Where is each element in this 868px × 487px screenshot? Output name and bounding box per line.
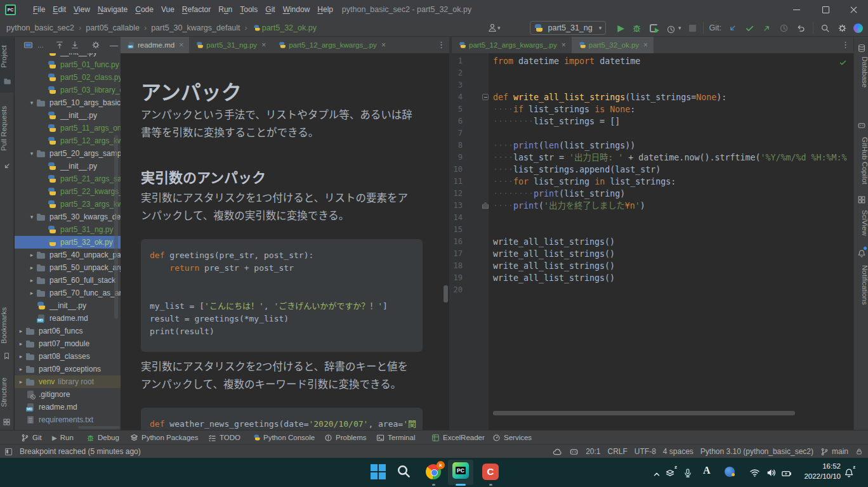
code-with-me-button[interactable]	[853, 23, 863, 33]
close-tab-icon[interactable]: ×	[643, 41, 648, 49]
tree-item-part5-32-ok-py[interactable]: part5_32_ok.py	[15, 236, 121, 249]
toolwindow-debug[interactable]: Debug	[86, 431, 119, 445]
git-update-button[interactable]	[728, 23, 737, 33]
menu-run[interactable]: Run	[214, 5, 236, 14]
status-message[interactable]: Breakpoint reached (5 minutes ago)	[20, 447, 141, 456]
toolwindow-services[interactable]: Services	[492, 431, 532, 445]
tab-part5-12-args-kwargs-py[interactable]: part5_12_args_kwargs_.py×	[272, 37, 391, 53]
tool-stripe-notifications-label[interactable]: Notifications	[855, 259, 868, 311]
tree-item-part5-10-args-basic[interactable]: ▾part5_10_args_basic	[15, 96, 121, 109]
python-interpreter[interactable]: Python 3.10 (python_basic_sec2)	[700, 447, 813, 456]
breadcrumb-part5-30-kwargs-default[interactable]: part5_30_kwargs_default	[151, 23, 240, 32]
tree-item-part5-20-args-sample[interactable]: ▾part5_20_args_sample	[15, 147, 121, 160]
menu-code[interactable]: Code	[131, 5, 157, 14]
tree-item-part5-03-library-ex[interactable]: part5_03_library_ex	[15, 84, 121, 96]
tree-item-part5-40-unpack-para[interactable]: ▸part5_40_unpack_para	[15, 249, 121, 261]
project-tree-hscrollbar[interactable]	[78, 426, 120, 429]
toolwindow-python-console[interactable]: Python Console	[252, 431, 315, 445]
tab-part5-32-ok-py[interactable]: part5_32_ok.py×	[572, 37, 654, 53]
tree-item-part5-11-args-only[interactable]: part5_11_args_only	[15, 122, 121, 134]
toolwindow-run[interactable]: ▶Run	[52, 431, 74, 445]
breadcrumb-part5-32-ok-py[interactable]: part5_32_ok.py	[252, 23, 317, 33]
git-branch[interactable]: main	[820, 447, 848, 456]
editor-hscrollbar[interactable]	[493, 411, 795, 415]
panel-settings-icon[interactable]	[91, 41, 100, 49]
toolwindow-terminal[interactable]: Terminal	[376, 431, 415, 445]
tab-part5-12-args-kwargs-py[interactable]: part5_12_args_kwargs_.py×	[452, 37, 572, 53]
tree-item-part5-23-args-kwa[interactable]: part5_23_args_kwa	[15, 198, 121, 211]
project-tree-scrollbar[interactable]	[114, 135, 118, 319]
pycharm-icon[interactable]: PC	[452, 462, 469, 479]
select-opened-file-icon[interactable]	[23, 41, 33, 50]
tool-stripe-database-label[interactable]: Database	[855, 53, 868, 91]
close-tab-icon[interactable]: ×	[179, 41, 183, 49]
user-account-button[interactable]: ▾	[487, 23, 501, 33]
menu-vue[interactable]: Vue	[157, 5, 178, 14]
close-button[interactable]	[839, 0, 868, 19]
tray-expand-icon[interactable]	[652, 468, 661, 479]
caret-position[interactable]: 20:1	[586, 447, 600, 456]
toolwindow-python-packages[interactable]: Python Packages	[130, 431, 199, 445]
minimize-button[interactable]	[782, 0, 811, 19]
menu-tools[interactable]: Tools	[236, 5, 261, 14]
breadcrumb-python-basic-sec2[interactable]: python_basic_sec2	[6, 23, 74, 32]
tree-item-init-py[interactable]: __init__.py	[15, 109, 121, 122]
tree-item-part5-02-class-py[interactable]: part5_02_class.py	[15, 71, 121, 84]
tray-app-icon[interactable]	[725, 467, 735, 477]
collapse-all-icon[interactable]	[70, 41, 79, 49]
readonly-lock-icon[interactable]	[855, 448, 863, 455]
tree-item-part5-01-func-py[interactable]: part5_01_func.py	[15, 58, 121, 71]
tree-item-part09-exceptions[interactable]: ▸part09_exceptions	[15, 363, 121, 375]
wifi-icon[interactable]	[749, 467, 760, 478]
tool-windows-icon[interactable]	[5, 448, 12, 455]
profiler-button[interactable]	[649, 23, 659, 33]
breadcrumb-part05-callable[interactable]: part05_callable	[86, 23, 140, 32]
search-everywhere-button[interactable]	[820, 23, 830, 33]
tree-item-init-py[interactable]: __init__.py	[15, 299, 121, 312]
tree-item-part07-module[interactable]: ▸part07_module	[15, 337, 121, 350]
debug-button[interactable]	[632, 23, 641, 33]
menu-view[interactable]: View	[70, 5, 94, 14]
tree-item-part5-70-func-as-arg[interactable]: ▸part5_70_func_as_arg	[15, 287, 121, 299]
indent-style[interactable]: 4 spaces	[663, 447, 694, 456]
tree-item-part5-31-ng-py[interactable]: part5_31_ng.py	[15, 223, 121, 236]
tab-readme-md[interactable]: readme.md×	[121, 37, 189, 53]
close-tab-icon[interactable]: ×	[562, 41, 566, 49]
tree-item-part5-60-full-stack[interactable]: ▸part5_60_full_stack	[15, 274, 121, 287]
toolwindow-todo[interactable]: TODO	[208, 431, 240, 445]
toolwindow-excelreader[interactable]: ExcelReader	[431, 431, 485, 445]
taskbar-search-button[interactable]	[396, 464, 412, 480]
tray-microphone-icon[interactable]	[683, 467, 693, 478]
toolwindow-git[interactable]: Git	[21, 431, 42, 445]
ime-mode-indicator[interactable]: A	[703, 465, 711, 476]
taskbar-clock[interactable]: 16:522022/10/10	[804, 461, 841, 481]
camtasia-icon[interactable]: C	[482, 464, 499, 480]
run-configuration-select[interactable]: part5_31_ng▾	[530, 21, 607, 35]
tool-stripe-structure-label[interactable]: Structure	[0, 373, 14, 412]
toolwindow-problems[interactable]: Problems	[324, 431, 367, 445]
start-button[interactable]	[370, 464, 386, 480]
tray-steam-icon[interactable]: z	[665, 467, 675, 478]
tree-item-readme-md[interactable]: readme.md	[15, 312, 121, 325]
inspections-ok-icon[interactable]	[839, 58, 847, 67]
tree-item-venv[interactable]: ▸venvlibrary root	[15, 375, 121, 388]
menu-help[interactable]: Help	[313, 5, 337, 14]
tab-part5-31-ng-py[interactable]: part5_31_ng.py×	[189, 37, 272, 53]
md-scrollbar[interactable]	[444, 285, 448, 302]
git-push-button[interactable]	[762, 23, 772, 33]
tool-stripe-project-label[interactable]: Project	[0, 42, 14, 71]
menu-window[interactable]: Window	[279, 5, 314, 14]
tree-item-part5-21-args-sam[interactable]: part5_21_args_sam	[15, 172, 121, 185]
maximize-button[interactable]	[811, 0, 839, 19]
close-tab-icon[interactable]: ×	[261, 41, 266, 49]
stop-button[interactable]	[689, 25, 696, 32]
more-options-icon[interactable]: …	[37, 42, 44, 49]
tree-item-readme-md[interactable]: readme.md	[15, 401, 121, 413]
code-editor[interactable]: 1234567891011121314151617181920 from dat…	[452, 53, 853, 430]
tool-stripe-sciview-label[interactable]: SciView	[855, 206, 868, 239]
close-tab-icon[interactable]: ×	[381, 41, 386, 49]
tool-stripe-bookmarks-label[interactable]: Bookmarks	[0, 304, 14, 346]
tree-item-part06-funcs[interactable]: ▸part06_funcs	[15, 325, 121, 337]
tree-item-gitignore[interactable]: .gitignore	[15, 388, 121, 401]
cloud-sync-icon[interactable]	[553, 447, 562, 457]
